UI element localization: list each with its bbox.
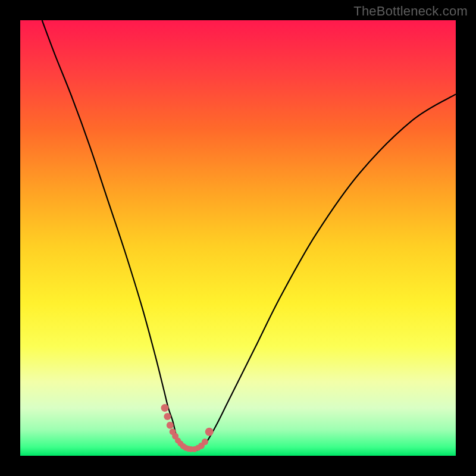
chart-svg <box>20 20 456 456</box>
marker-dot <box>202 439 208 445</box>
chart-area <box>20 20 456 456</box>
marker-dot <box>161 404 169 412</box>
watermark-text: TheBottleneck.com <box>353 4 468 19</box>
marker-dot <box>167 422 174 429</box>
marker-dot <box>205 428 214 436</box>
marker-dot <box>164 413 171 420</box>
bottleneck-curve <box>42 20 456 451</box>
